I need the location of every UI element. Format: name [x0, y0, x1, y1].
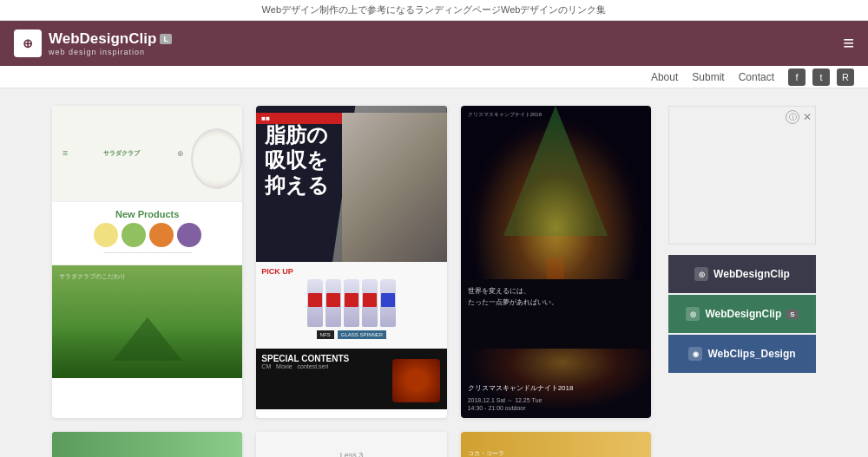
less3-label: Less 3 [340, 451, 364, 457]
card-3-image: クリスマスキャンプナイト2018 世界を変えるには、たった一点夢があればいい。 … [461, 106, 651, 418]
header: ⊕ WebDesignClip L web design inspiration… [0, 21, 868, 66]
facebook-icon[interactable]: f [788, 69, 806, 86]
card2-top: ■■ 脂肪の吸収を抑える [256, 106, 446, 262]
sidebar-link-1-icon: ◎ [694, 267, 708, 281]
sidebar-link-1-label: WebDesignClip [713, 268, 790, 280]
card1-products [59, 223, 235, 247]
card1-mid-title: New Products [59, 209, 235, 219]
jp-text-large: 脂肪の吸収を抑える [265, 123, 329, 198]
product-2 [122, 223, 146, 247]
gallery-card-bottom-3[interactable]: コカ・コーラ [461, 432, 651, 457]
nav-contact[interactable]: Contact [739, 71, 774, 83]
top-nav: About Submit Contact f t R [0, 66, 868, 88]
gallery-card-2[interactable]: ■■ 脂肪の吸収を抑える PICK UP [256, 106, 446, 418]
product-4 [177, 223, 201, 247]
card1-bottom: サラダクラブのこだわり [52, 265, 242, 378]
hamburger-icon[interactable]: ≡ [843, 32, 854, 55]
banner-text: Webデザイン制作の上で参考になるランディングページWebデザインのリンク集 [262, 4, 607, 15]
rss-icon[interactable]: R [837, 69, 854, 86]
card-2-image: ■■ 脂肪の吸収を抑える PICK UP [256, 106, 446, 418]
ad-info-icon[interactable]: ⓘ [786, 110, 799, 124]
gallery-card-3[interactable]: クリスマスキャンプナイト2018 世界を変えるには、たった一点夢があればいい。 … [461, 106, 651, 418]
sidebar-link-2-badge: S [786, 310, 798, 319]
twitter-icon[interactable]: t [812, 69, 830, 86]
card3-mid: 世界を変えるには、たった一点夢があればいい。 [461, 279, 651, 349]
product-3 [149, 223, 174, 247]
bottle-2 [326, 279, 341, 327]
logo-text-area: WebDesignClip L web design inspiration [49, 30, 172, 56]
bottle-5 [380, 279, 396, 327]
social-icons: f t R [788, 69, 854, 86]
logo-sub: web design inspiration [49, 48, 172, 56]
sidebar: ⓘ ✕ ◎ WebDesignClip ◎ WebDesignClip S ◉ … [668, 106, 816, 457]
sidebar-link-1[interactable]: ◎ WebDesignClip [668, 255, 816, 293]
sidebar-link-2[interactable]: ◎ WebDesignClip S [668, 295, 816, 333]
gallery-card-bottom-2[interactable]: Less 3 [256, 432, 446, 457]
gallery: ☰ サラダクラブ ⊕ New Products 一一一一一一一一一一一一一一一一… [52, 106, 651, 457]
sidebar-link-2-icon: ◎ [686, 307, 700, 321]
sidebar-link-3-icon: ◉ [688, 347, 702, 361]
logo-icon: ⊕ [14, 29, 42, 57]
sidebar-link-2-label: WebDesignClip [705, 308, 781, 320]
ad-close-icon[interactable]: ✕ [803, 111, 812, 123]
ad-area: ⓘ ✕ [668, 106, 816, 245]
sc-image [392, 359, 440, 402]
logo-main-text: WebDesignClip [49, 30, 156, 48]
logo-badge: L [160, 34, 172, 44]
bottle-1 [307, 279, 323, 327]
pickup-label: PICK UP [261, 267, 441, 276]
sidebar-link-3-label: WebClips_Design [707, 348, 795, 360]
sidebar-link-3[interactable]: ◉ WebClips_Design [668, 335, 816, 373]
nav-submit[interactable]: Submit [692, 71, 724, 83]
date-text: 2018.12.1 Sat ～ 12.25 Tue14:30 - 21:00 o… [468, 396, 644, 411]
logo-main: WebDesignClip L [49, 30, 172, 48]
bottles-row [261, 279, 441, 327]
card-1-image: ☰ サラダクラブ ⊕ New Products 一一一一一一一一一一一一一一一一… [52, 106, 242, 418]
product-1 [94, 223, 118, 247]
bottle-4 [362, 279, 378, 327]
card1-mid: New Products 一一一一一一一一一一一一一一一一一 [52, 201, 242, 265]
card1-top: ☰ サラダクラブ ⊕ [52, 106, 242, 201]
main-content: ☰ サラダクラブ ⊕ New Products 一一一一一一一一一一一一一一一一… [0, 88, 868, 457]
bottle-3 [344, 279, 359, 327]
ad-controls: ⓘ ✕ [786, 110, 812, 124]
gallery-card-bottom-1[interactable] [52, 432, 242, 457]
lights-top: クリスマスキャンプナイト2018 [461, 106, 651, 279]
gallery-card-1[interactable]: ☰ サラダクラブ ⊕ New Products 一一一一一一一一一一一一一一一一… [52, 106, 242, 418]
card2-mid: PICK UP NFS GLASS SPINNER [256, 262, 446, 349]
card2-bot: SPECIAL CONTENTS CM Movie contest.seri [256, 349, 446, 409]
logo-area[interactable]: ⊕ WebDesignClip L web design inspiration [14, 29, 172, 57]
card3-bot: クリスマスキャンドルナイト2018 2018.12.1 Sat ～ 12.25 … [461, 349, 651, 418]
nav-about[interactable]: About [651, 71, 678, 83]
top-banner: Webデザイン制作の上で参考になるランディングページWebデザインのリンク集 [0, 0, 868, 21]
xmas-label: クリスマスキャンドルナイト2018 [468, 383, 644, 393]
